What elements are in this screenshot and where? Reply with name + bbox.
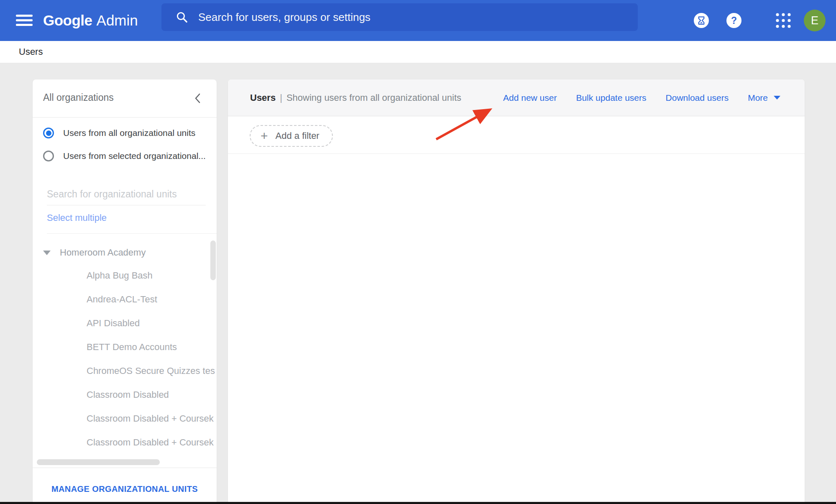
radio-label: Users from selected organizational... <box>63 151 205 161</box>
page-title: Users <box>250 92 276 103</box>
manage-organizational-units-button[interactable]: MANAGE ORGANIZATIONAL UNITS <box>33 476 217 502</box>
apps-grid-button[interactable] <box>774 11 793 30</box>
window-bottom-edge <box>0 502 836 504</box>
header-actions: Add new user Bulk update users Download … <box>503 79 780 116</box>
org-unit-search[interactable] <box>47 186 206 205</box>
page-subtitle: Showing users from all organizational un… <box>286 92 461 103</box>
google-admin-console: Google Admin ? <box>0 0 836 504</box>
tree-item[interactable]: Andrea-ACL-Test <box>87 293 217 306</box>
panel-title: All organizations <box>43 92 114 103</box>
add-filter-button[interactable]: + Add a filter <box>250 125 333 147</box>
logo-google: Google <box>43 12 92 29</box>
search-input[interactable] <box>197 10 638 24</box>
help-button[interactable]: ? <box>726 13 741 28</box>
more-label: More <box>748 93 768 103</box>
tree-item[interactable]: ChromeOS Secure Quizzes tes <box>87 364 217 378</box>
users-panel: Users | Showing users from all organizat… <box>228 79 805 504</box>
tree-item[interactable]: Classroom Disabled <box>87 388 217 402</box>
menu-icon[interactable] <box>16 12 35 29</box>
add-new-user-link[interactable]: Add new user <box>503 93 557 103</box>
plus-icon: + <box>261 130 268 142</box>
filter-bar: + Add a filter <box>228 116 805 154</box>
title-separator: | <box>280 92 282 103</box>
account-avatar[interactable]: E <box>804 10 826 31</box>
expander-arrow-icon[interactable] <box>43 251 51 255</box>
global-search[interactable] <box>161 3 638 31</box>
breadcrumb: Users <box>0 41 836 63</box>
tree-node-homeroom-academy[interactable]: Homeroom Academy <box>43 246 146 259</box>
radio-selected-org-units[interactable]: Users from selected organizational... <box>43 148 210 164</box>
chevron-down-icon <box>774 96 780 100</box>
apps-grid-icon <box>774 11 793 30</box>
bulk-update-users-link[interactable]: Bulk update users <box>576 93 646 103</box>
radio-selected-icon <box>43 128 54 138</box>
organizations-panel-header: All organizations <box>33 79 217 118</box>
organizations-panel: All organizations Users from all organiz… <box>33 79 217 504</box>
radio-all-org-units[interactable]: Users from all organizational units <box>43 125 210 141</box>
more-menu-button[interactable]: More <box>748 93 780 103</box>
org-unit-search-input[interactable] <box>47 186 206 205</box>
select-multiple-link[interactable]: Select multiple <box>47 212 107 223</box>
users-panel-header: Users | Showing users from all organizat… <box>228 79 805 116</box>
collapse-panel-icon[interactable] <box>194 93 201 104</box>
tree-item[interactable]: Classroom Disabled + Coursek <box>87 436 217 449</box>
tree-item[interactable]: Alpha Bug Bash <box>87 269 217 282</box>
breadcrumb-label[interactable]: Users <box>19 46 43 57</box>
radio-unselected-icon <box>43 151 54 161</box>
help-icon: ? <box>731 16 737 26</box>
horizontal-scrollbar[interactable] <box>37 459 160 465</box>
tree-root-label: Homeroom Academy <box>60 247 146 258</box>
add-filter-label: Add a filter <box>276 130 320 141</box>
task-history-button[interactable] <box>694 13 709 28</box>
logo-admin: Admin <box>97 12 138 29</box>
hourglass-icon <box>698 16 705 25</box>
divider <box>47 233 217 234</box>
divider <box>33 468 217 468</box>
vertical-scrollbar[interactable] <box>210 240 216 280</box>
tree-item[interactable]: API Disabled <box>87 317 217 330</box>
top-app-bar: Google Admin ? <box>0 0 836 41</box>
tree-item[interactable]: BETT Demo Accounts <box>87 340 217 354</box>
avatar: E <box>804 10 826 31</box>
tree-item[interactable]: Classroom Disabled + Coursek <box>87 412 217 425</box>
app-logo[interactable]: Google Admin <box>43 0 138 41</box>
download-users-link[interactable]: Download users <box>666 93 729 103</box>
radio-label: Users from all organizational units <box>63 128 205 138</box>
search-icon <box>176 11 188 23</box>
